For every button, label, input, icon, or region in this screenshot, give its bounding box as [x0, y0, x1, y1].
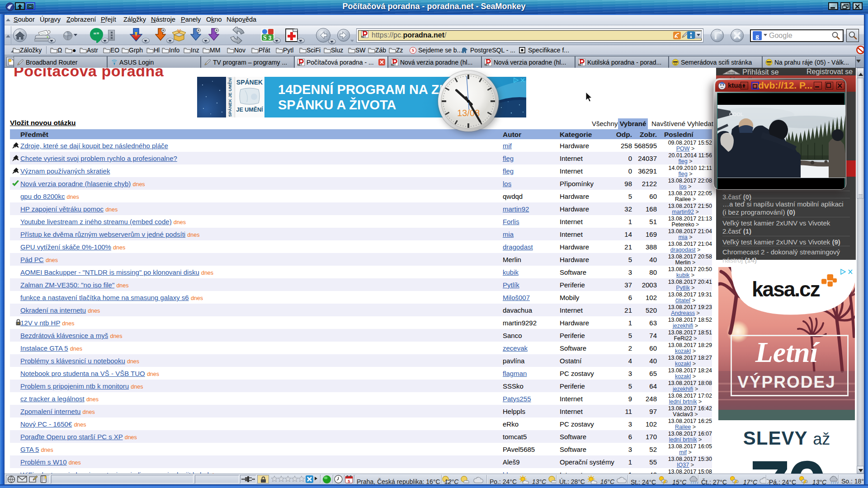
svg-text:NET: NET — [361, 35, 366, 38]
svg-text:NET: NET — [297, 63, 302, 66]
svg-text:NET: NET — [578, 63, 583, 66]
svg-text:NET: NET — [391, 63, 396, 66]
svg-text:S: S — [412, 48, 415, 53]
svg-text:NET: NET — [485, 63, 490, 66]
svg-text:3: 3 — [269, 35, 272, 41]
svg-text:nereg.: nereg. — [727, 71, 736, 75]
svg-text:5: 5 — [348, 479, 350, 483]
svg-text:S: S — [263, 34, 267, 41]
svg-text:g: g — [755, 33, 759, 40]
svg-text:COOL: COOL — [729, 112, 744, 117]
svg-text:“”: “” — [94, 31, 99, 38]
